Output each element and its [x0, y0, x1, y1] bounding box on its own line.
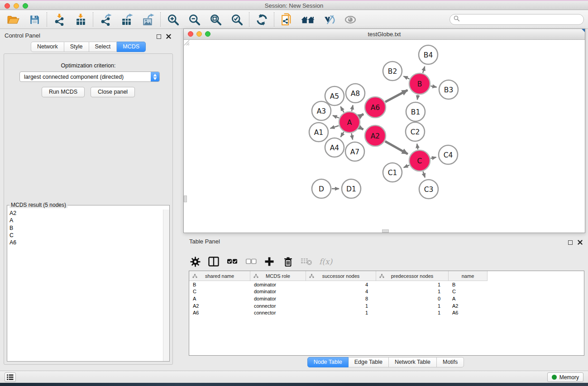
- edge-A-A3[interactable]: [333, 115, 339, 118]
- column-header-predecessor-nodes[interactable]: predecessor nodes: [376, 271, 449, 281]
- result-list-scrollbar[interactable]: [163, 210, 169, 361]
- edge-B-B2[interactable]: [403, 76, 409, 79]
- delete-columns-icon[interactable]: [282, 255, 294, 268]
- edge-A2-C[interactable]: [385, 141, 408, 154]
- edge-B-B3[interactable]: [430, 86, 436, 87]
- tab-node-table[interactable]: Node Table: [307, 357, 349, 367]
- edge-C-C4[interactable]: [430, 157, 436, 158]
- zoom-fit-icon[interactable]: [209, 13, 222, 26]
- edge-A-A5[interactable]: [340, 106, 344, 112]
- select-all-columns-icon[interactable]: [226, 255, 238, 268]
- node-A6[interactable]: A6: [365, 97, 386, 118]
- node-B[interactable]: B: [409, 73, 430, 94]
- tab-select[interactable]: Select: [89, 42, 117, 52]
- edge-C-C1[interactable]: [404, 165, 409, 167]
- tab-edge-table[interactable]: Edge Table: [349, 357, 389, 367]
- open-session-icon[interactable]: [6, 13, 20, 26]
- edge-B-B4[interactable]: [423, 67, 425, 73]
- result-item[interactable]: C: [8, 232, 163, 239]
- horizontal-scroll-thumb[interactable]: [382, 229, 389, 233]
- column-header-mcds-role[interactable]: MCDS role: [250, 271, 306, 281]
- window-titlebar[interactable]: Session: New Session: [0, 0, 588, 10]
- resize-grip[interactable]: [184, 40, 190, 46]
- hide-graphics-details-icon[interactable]: [322, 13, 336, 26]
- node-C[interactable]: C: [409, 150, 430, 171]
- import-network-icon[interactable]: [53, 13, 66, 26]
- export-table-icon[interactable]: [120, 13, 134, 26]
- vertical-scroll-thumb[interactable]: [184, 195, 187, 202]
- node-C4[interactable]: C4: [439, 145, 458, 164]
- tab-mcds[interactable]: MCDS: [117, 42, 146, 52]
- edge-A-A6[interactable]: [359, 114, 363, 116]
- eye-icon[interactable]: [344, 13, 357, 26]
- edge-A-A1[interactable]: [330, 126, 339, 129]
- node-A5[interactable]: A5: [325, 86, 344, 105]
- table-row[interactable]: Cdominator41C: [189, 288, 584, 295]
- duplicate-network-icon[interactable]: [280, 13, 293, 26]
- node-A3[interactable]: A3: [312, 101, 331, 120]
- optimization-criterion-select[interactable]: largest connected component (directed): [19, 71, 160, 82]
- float-table-panel-icon[interactable]: [568, 240, 573, 245]
- unselect-all-columns-icon[interactable]: [245, 255, 257, 268]
- node-B4[interactable]: B4: [419, 45, 438, 64]
- edge-A-A4[interactable]: [341, 132, 344, 137]
- import-table-icon[interactable]: [74, 13, 87, 26]
- node-D[interactable]: D: [312, 179, 331, 198]
- export-network-icon[interactable]: [99, 13, 112, 26]
- node-A2[interactable]: A2: [365, 125, 386, 146]
- mcds-result-list[interactable]: A2ABCA6: [8, 210, 163, 361]
- table-row[interactable]: A6connector11A6: [189, 309, 584, 316]
- tab-network-table[interactable]: Network Table: [389, 357, 437, 367]
- close-panel-button[interactable]: Close panel: [91, 87, 135, 97]
- run-mcds-button[interactable]: Run MCDS: [42, 87, 85, 97]
- column-header-shared-name[interactable]: shared name: [189, 271, 250, 281]
- node-A4[interactable]: A4: [325, 138, 344, 157]
- table-row[interactable]: Adominator80A: [189, 295, 584, 302]
- result-item[interactable]: B: [8, 224, 163, 232]
- edge-C-C3[interactable]: [423, 172, 425, 177]
- table-row[interactable]: A2connector11A2: [189, 302, 584, 310]
- search-box[interactable]: [449, 14, 584, 25]
- node-A8[interactable]: A8: [346, 84, 365, 103]
- node-A[interactable]: A: [339, 112, 360, 133]
- create-column-icon[interactable]: [263, 255, 275, 268]
- tab-network[interactable]: Network: [31, 42, 64, 52]
- result-item[interactable]: A2: [8, 210, 163, 217]
- close-table-panel-icon[interactable]: [578, 238, 583, 247]
- node-B2[interactable]: B2: [383, 62, 402, 81]
- refresh-view-icon[interactable]: [255, 13, 268, 26]
- zoom-out-icon[interactable]: [187, 13, 201, 26]
- save-session-icon[interactable]: [28, 13, 41, 26]
- node-B3[interactable]: B3: [439, 80, 458, 99]
- memory-button[interactable]: Memory: [547, 372, 583, 382]
- network-canvas[interactable]: B4B2BB3A5A8A6A3B1AA1C2A2A4A7C4CC1C3DD1: [184, 40, 585, 233]
- result-item[interactable]: A6: [8, 239, 163, 246]
- network-window-titlebar[interactable]: testGlobe.txt: [184, 29, 585, 40]
- edge-C-C2[interactable]: [417, 144, 418, 150]
- node-A1[interactable]: A1: [309, 123, 328, 142]
- search-input[interactable]: [462, 16, 580, 23]
- home-icon[interactable]: [301, 13, 315, 26]
- node-A7[interactable]: A7: [345, 142, 364, 161]
- split-panel-icon[interactable]: [208, 255, 220, 268]
- node-C1[interactable]: C1: [383, 163, 402, 182]
- column-header-name[interactable]: name: [449, 271, 488, 281]
- zoom-selected-icon[interactable]: [230, 13, 244, 26]
- node-B1[interactable]: B1: [406, 102, 425, 121]
- edge-A-A7[interactable]: [352, 133, 353, 140]
- column-header-successor-nodes[interactable]: successor nodes: [306, 271, 376, 281]
- edge-A6-B[interactable]: [385, 90, 407, 102]
- table-settings-icon[interactable]: [189, 255, 201, 268]
- result-item[interactable]: A: [8, 217, 163, 224]
- edge-B-B1[interactable]: [417, 95, 418, 100]
- export-image-icon[interactable]: [141, 13, 155, 26]
- table-row[interactable]: Bdominator41B: [189, 281, 584, 288]
- tab-motifs[interactable]: Motifs: [437, 357, 464, 367]
- edge-A-A8[interactable]: [352, 105, 353, 111]
- tab-style[interactable]: Style: [64, 42, 89, 52]
- task-history-button[interactable]: [5, 372, 16, 382]
- node-D1[interactable]: D1: [342, 179, 361, 198]
- close-panel-icon[interactable]: [166, 33, 171, 41]
- edge-A-A2[interactable]: [359, 128, 363, 129]
- node-C3[interactable]: C3: [419, 180, 438, 199]
